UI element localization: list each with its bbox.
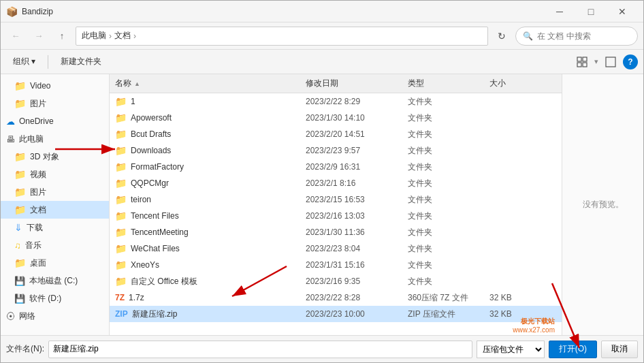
sidebar-item-desktop[interactable]: 📁 桌面 — [1, 254, 109, 272]
cell-type: 文件夹 — [408, 276, 489, 287]
sidebar-item-label: Video — [30, 81, 50, 91]
folder-icon: 📁 — [115, 96, 127, 107]
sidebar-item-label: 视频 — [30, 169, 46, 180]
sidebar-item-video[interactable]: 📁 Video — [1, 77, 109, 95]
table-row[interactable]: 📁 自定义 Office 模板 2023/2/16 9:35 文件夹 — [110, 273, 562, 289]
zip-icon: ZIP — [115, 309, 128, 319]
table-row[interactable]: ZIP 新建压缩.zip 2023/2/23 10:00 ZIP 压缩文件 32… — [110, 306, 562, 322]
search-box[interactable]: 🔍 — [515, 27, 638, 46]
sidebar-item-images[interactable]: 📁 图片 — [1, 183, 109, 201]
svg-rect-0 — [577, 57, 581, 61]
col-header-name[interactable]: 名称 — [115, 78, 306, 89]
address-bar: ← → ↑ 此电脑 › 文档 › ↻ 🔍 — [1, 22, 643, 50]
network-icon: 🖸 — [6, 311, 15, 321]
pc-icon: 🖶 — [6, 134, 15, 144]
search-icon: 🔍 — [523, 31, 533, 41]
path-sep2: › — [133, 31, 136, 41]
cell-date: 2023/2/15 16:53 — [306, 195, 408, 204]
folder-icon: 📁 — [115, 227, 127, 238]
sidebar-item-network[interactable]: 🖸 网络 — [1, 307, 109, 325]
table-row[interactable]: 📁 TencentMeeting 2023/1/30 11:36 文件夹 — [110, 224, 562, 240]
cell-type: 文件夹 — [408, 194, 489, 206]
view-list-button[interactable] — [601, 52, 620, 72]
cell-date: 2023/1/31 15:16 — [306, 260, 408, 270]
filename-input[interactable] — [48, 341, 472, 358]
preview-panel: 没有预览。 — [562, 74, 643, 335]
toolbar: 组织 ▾ 新建文件夹 ▾ ? — [1, 50, 643, 74]
table-row[interactable]: 📁 XneoYs 2023/1/31 15:16 文件夹 — [110, 257, 562, 273]
table-row[interactable]: 📁 Bcut Drafts 2023/2/20 14:51 文件夹 — [110, 126, 562, 142]
close-button[interactable]: ✕ — [607, 1, 638, 22]
app-title: Bandizip — [22, 7, 53, 16]
sidebar-item-label: 此电脑 — [19, 133, 44, 145]
cloud-icon: ☁ — [6, 116, 15, 127]
sidebar-item-music[interactable]: ♫ 音乐 — [1, 236, 109, 254]
cell-type: 文件夹 — [408, 227, 489, 238]
forward-button[interactable]: → — [29, 27, 48, 46]
sidebar-item-3dobjects[interactable]: 📁 3D 对象 — [1, 148, 109, 165]
folder-icon: 📁 — [115, 145, 127, 156]
new-folder-button[interactable]: 新建文件夹 — [54, 52, 108, 72]
table-row[interactable]: 📁 Tencent Files 2023/2/16 13:03 文件夹 — [110, 208, 562, 224]
cell-name: ZIP 新建压缩.zip — [115, 309, 306, 320]
col-header-size[interactable]: 大小 — [489, 78, 544, 89]
view-dropdown-arrow: ▾ — [594, 57, 598, 66]
sidebar-item-videos[interactable]: 📁 视频 — [1, 165, 109, 183]
minimize-button[interactable]: ─ — [544, 1, 575, 22]
col-header-type[interactable]: 类型 — [408, 78, 489, 89]
folder-icon: 📁 — [115, 210, 127, 221]
table-row[interactable]: 📁 teiron 2023/2/15 16:53 文件夹 — [110, 191, 562, 208]
cell-name: 📁 Bcut Drafts — [115, 129, 306, 140]
cell-date: 2023/1/30 14:10 — [306, 113, 408, 123]
cell-date: 2023/2/1 8:16 — [306, 178, 408, 188]
sidebar-item-label: 下载 — [27, 222, 43, 234]
address-path[interactable]: 此电脑 › 文档 › — [76, 27, 488, 46]
cell-date: 2023/2/16 13:03 — [306, 211, 408, 221]
cell-date: 2023/2/23 10:00 — [306, 309, 408, 319]
file-list: 📁 1 2023/2/22 8:29 文件夹 📁 Apowersoft 2023… — [110, 93, 562, 335]
table-row[interactable]: 📁 Apowersoft 2023/1/30 14:10 文件夹 — [110, 110, 562, 126]
sidebar-item-thispc[interactable]: 🖶 此电脑 — [1, 130, 109, 148]
folder-icon: 📁 — [14, 80, 26, 91]
col-header-date[interactable]: 修改日期 — [306, 78, 408, 89]
sidebar-item-onedrive[interactable]: ☁ OneDrive — [1, 112, 109, 130]
cell-date: 2023/2/20 14:51 — [306, 129, 408, 139]
sort-asc-icon — [134, 80, 140, 87]
cell-name: 📁 teiron — [115, 194, 306, 205]
folder-icon: 📁 — [115, 243, 127, 254]
sidebar-item-pictures[interactable]: 📁 图片 — [1, 95, 109, 112]
sidebar-item-label: OneDrive — [19, 116, 54, 126]
table-row[interactable]: 📁 WeChat Files 2023/2/23 8:04 文件夹 — [110, 240, 562, 257]
sidebar-item-documents[interactable]: 📁 文档 — [1, 201, 109, 219]
open-button[interactable]: 打开(O) — [549, 341, 597, 358]
cell-name: 📁 FormatFactory — [115, 161, 306, 172]
cancel-button[interactable]: 取消 — [601, 341, 638, 358]
help-button[interactable]: ? — [623, 54, 638, 69]
cell-type: 文件夹 — [408, 145, 489, 157]
view-icon-button[interactable] — [573, 52, 592, 72]
sidebar-item-c-drive[interactable]: 💾 本地磁盘 (C:) — [1, 272, 109, 289]
cell-date: 2023/2/22 8:29 — [306, 97, 408, 106]
filetype-select[interactable]: 压缩包文件 — [477, 341, 545, 358]
refresh-button[interactable]: ↻ — [492, 27, 511, 46]
table-row[interactable]: 📁 1 2023/2/22 8:29 文件夹 — [110, 93, 562, 110]
maximize-button[interactable]: □ — [575, 1, 607, 22]
folder-icon: 📁 — [14, 204, 26, 215]
sidebar-item-d-drive[interactable]: 💾 软件 (D:) — [1, 289, 109, 307]
sidebar-item-downloads[interactable]: ⇓ 下载 — [1, 219, 109, 236]
folder-icon: 📁 — [115, 276, 127, 287]
svg-rect-1 — [583, 57, 587, 61]
drive-icon: 💾 — [14, 294, 25, 304]
folder-icon: 📁 — [115, 178, 127, 189]
folder-icon: 📁 — [14, 257, 26, 268]
organize-button[interactable]: 组织 ▾ — [6, 52, 42, 72]
up-button[interactable]: ↑ — [52, 27, 71, 46]
back-button[interactable]: ← — [6, 27, 25, 46]
table-row[interactable]: 7Z 1.7z 2023/2/22 8:28 360压缩 7Z 文件 32 KB — [110, 289, 562, 306]
table-row[interactable]: 📁 FormatFactory 2023/2/9 16:31 文件夹 — [110, 159, 562, 175]
table-row[interactable]: 📁 Downloads 2023/2/23 9:57 文件夹 — [110, 142, 562, 159]
cell-name: 📁 Downloads — [115, 145, 306, 156]
table-row[interactable]: 📁 QQPCMgr 2023/2/1 8:16 文件夹 — [110, 175, 562, 191]
cell-type: 文件夹 — [408, 259, 489, 271]
search-input[interactable] — [537, 31, 630, 41]
